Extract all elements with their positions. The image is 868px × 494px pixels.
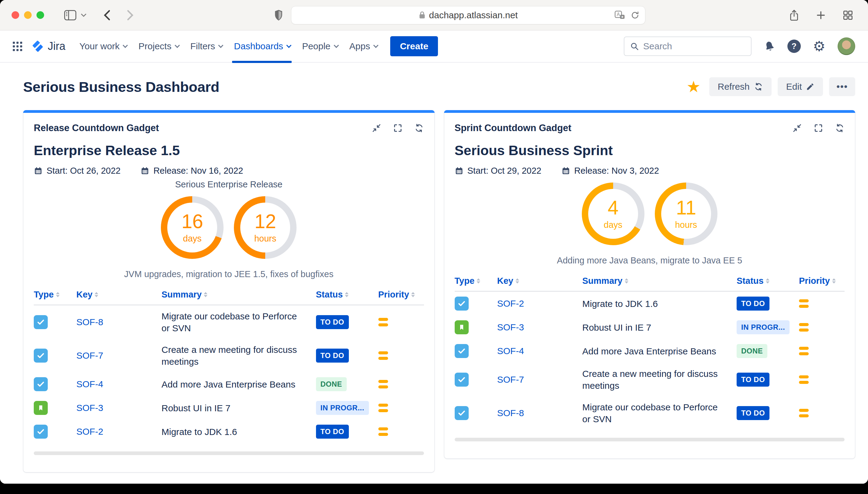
create-button[interactable]: Create <box>390 36 438 56</box>
column-header-status[interactable]: Status <box>316 290 378 300</box>
nav-item-apps[interactable]: Apps <box>343 30 383 62</box>
column-header-key[interactable]: Key <box>497 276 582 286</box>
countdown-unit: hours <box>675 220 697 230</box>
share-icon[interactable] <box>789 9 799 21</box>
task-type-icon[interactable] <box>34 377 48 391</box>
more-actions-button[interactable]: ••• <box>829 77 855 96</box>
issue-key-link[interactable]: SOF-2 <box>76 426 161 437</box>
issue-key-link[interactable]: SOF-7 <box>497 375 582 385</box>
jira-logo-icon <box>31 39 45 53</box>
table-row: SOF-8Migrate our codebase to Perforce or… <box>455 396 845 430</box>
story-type-icon[interactable] <box>34 401 48 415</box>
jira-logo[interactable]: Jira <box>31 39 65 53</box>
zoom-window-button[interactable] <box>37 11 44 19</box>
task-type-icon[interactable] <box>455 406 469 420</box>
gadget-collapse-icon[interactable] <box>792 123 802 133</box>
status-badge: TO DO <box>316 425 349 439</box>
table-row: SOF-2Migrate to JDK 1.6TO DO <box>455 292 845 316</box>
jira-app-bar: Jira Your work Projects Filters Dashboar… <box>0 31 868 63</box>
task-type-icon[interactable] <box>455 373 469 387</box>
nav-item-people[interactable]: People <box>296 30 343 62</box>
forward-button-icon[interactable] <box>127 10 134 21</box>
gadget-refresh-icon[interactable] <box>835 123 845 133</box>
issue-key-link[interactable]: SOF-3 <box>76 403 161 413</box>
nav-item-projects[interactable]: Projects <box>132 30 184 62</box>
nav-item-your-work[interactable]: Your work <box>73 30 132 62</box>
story-type-icon[interactable] <box>455 320 469 334</box>
app-switcher-icon[interactable] <box>13 42 22 51</box>
edit-button[interactable]: Edit <box>778 77 823 96</box>
sort-icon <box>204 292 208 297</box>
priority-medium-icon <box>378 428 388 436</box>
gadget-dates: Start: Oct 26, 2022Release: Nov 16, 2022 <box>34 166 424 176</box>
horizontal-scrollbar[interactable] <box>34 451 424 455</box>
countdown-rings: 16days12hours <box>34 196 424 259</box>
gadget-refresh-icon[interactable] <box>414 123 424 133</box>
help-icon[interactable]: ? <box>787 40 801 53</box>
chevron-down-icon <box>334 43 339 48</box>
gadget-heading: Serious Business Sprint <box>455 142 845 158</box>
task-type-icon[interactable] <box>34 315 48 329</box>
lock-icon <box>419 11 425 19</box>
notifications-bell-icon[interactable] <box>763 39 776 53</box>
refresh-button[interactable]: Refresh <box>709 77 772 96</box>
issue-key-link[interactable]: SOF-3 <box>497 322 582 332</box>
issue-key-link[interactable]: SOF-7 <box>76 350 161 361</box>
close-window-button[interactable] <box>12 11 19 19</box>
gadget-expand-icon[interactable] <box>393 123 403 133</box>
column-header-type[interactable]: Type <box>455 276 497 286</box>
countdown-value: 16 <box>181 212 203 231</box>
task-type-icon[interactable] <box>455 297 469 310</box>
issue-key-link[interactable]: SOF-4 <box>76 379 161 390</box>
issue-key-link[interactable]: SOF-8 <box>497 408 582 418</box>
gadget-header: Release Countdown Gadget <box>34 122 424 134</box>
new-tab-icon[interactable] <box>816 10 826 20</box>
translate-icon[interactable]: A★ <box>615 11 625 20</box>
dashboard-page: Serious Business Dashboard ★ Refresh Edi… <box>0 63 868 484</box>
status-cell: TO DO <box>737 297 799 310</box>
priority-medium-icon <box>378 380 388 388</box>
user-avatar[interactable] <box>837 37 855 55</box>
address-bar[interactable]: dachapp.atlassian.net A★ <box>291 6 645 24</box>
priority-bar <box>378 428 388 431</box>
status-badge: TO DO <box>737 373 769 387</box>
sidebar-toggle-icon[interactable] <box>64 10 76 20</box>
horizontal-scrollbar[interactable] <box>455 438 845 441</box>
task-type-icon[interactable] <box>455 344 469 358</box>
favorite-star-icon[interactable]: ★ <box>687 79 701 95</box>
minimize-window-button[interactable] <box>24 11 32 19</box>
column-header-status[interactable]: Status <box>737 276 799 286</box>
column-header-key[interactable]: Key <box>76 290 161 300</box>
toolbar-right <box>789 9 853 21</box>
issue-key-link[interactable]: SOF-2 <box>497 299 582 309</box>
countdown-unit: days <box>604 220 622 230</box>
type-cell <box>455 373 497 387</box>
settings-gear-icon[interactable]: ⚙ <box>813 39 825 53</box>
nav-item-filters[interactable]: Filters <box>184 30 228 62</box>
global-search[interactable] <box>624 37 752 56</box>
column-header-priority[interactable]: Priority <box>799 276 845 286</box>
tab-overview-icon[interactable] <box>843 10 853 21</box>
column-header-summary[interactable]: Summary <box>582 276 737 286</box>
refresh-icon <box>754 82 763 91</box>
countdown-ring: 12hours <box>234 196 296 259</box>
gadget-expand-icon[interactable] <box>814 123 823 133</box>
reload-icon[interactable] <box>631 11 640 20</box>
task-type-icon[interactable] <box>34 425 48 439</box>
search-input[interactable] <box>643 41 746 52</box>
column-header-summary[interactable]: Summary <box>161 290 316 300</box>
column-header-priority[interactable]: Priority <box>378 290 424 300</box>
gadget-collapse-icon[interactable] <box>372 123 381 133</box>
issue-key-link[interactable]: SOF-4 <box>497 346 582 356</box>
nav-item-dashboards[interactable]: Dashboards <box>228 30 296 62</box>
tab-group-chevron-icon[interactable] <box>81 13 87 17</box>
privacy-shield-icon[interactable] <box>274 10 283 21</box>
column-header-type[interactable]: Type <box>34 290 76 300</box>
task-type-icon[interactable] <box>34 348 48 363</box>
gadget-description: Adding more Java Beans, migrate to Java … <box>455 255 845 266</box>
priority-bar <box>378 357 388 360</box>
back-button-icon[interactable] <box>104 10 110 21</box>
page-actions: ★ Refresh Edit ••• <box>687 77 855 96</box>
issue-key-link[interactable]: SOF-8 <box>76 317 161 327</box>
calendar-icon <box>140 166 149 175</box>
